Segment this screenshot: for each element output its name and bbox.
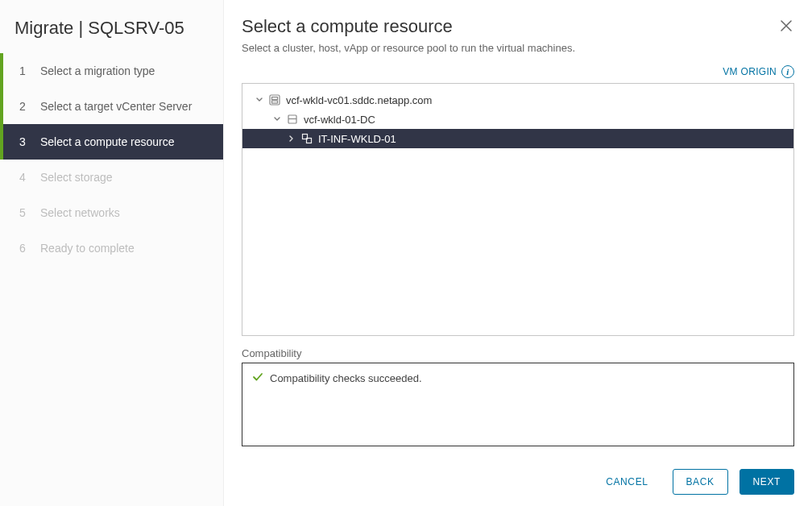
- chevron-right-icon[interactable]: [288, 135, 296, 142]
- compatibility-result: Compatibility checks succeeded.: [252, 371, 784, 385]
- cancel-button[interactable]: CANCEL: [593, 469, 661, 495]
- step-number: 2: [19, 100, 31, 113]
- step-label: Select networks: [40, 206, 120, 219]
- step-compute-resource[interactable]: 3 Select a compute resource: [0, 124, 223, 160]
- tree-node-label: vcf-wkld-vc01.sddc.netapp.com: [286, 94, 432, 106]
- svg-rect-1: [272, 97, 278, 100]
- cluster-icon: [300, 132, 313, 145]
- chevron-down-icon[interactable]: [255, 97, 263, 103]
- step-storage: 4 Select storage: [0, 160, 223, 195]
- step-label: Select a target vCenter Server: [40, 100, 192, 113]
- close-button[interactable]: [778, 18, 794, 34]
- compatibility-message: Compatibility checks succeeded.: [270, 372, 422, 384]
- step-ready: 6 Ready to complete: [0, 230, 223, 266]
- step-number: 3: [19, 135, 31, 148]
- tree-node-datacenter[interactable]: vcf-wkld-01-DC: [242, 110, 793, 129]
- tree-node-cluster[interactable]: IT-INF-WKLD-01: [242, 129, 793, 148]
- step-number: 5: [19, 206, 31, 219]
- step-target-vcenter[interactable]: 2 Select a target vCenter Server: [0, 89, 223, 124]
- wizard-sidebar: Migrate | SQLSRV-05 1 Select a migration…: [0, 0, 224, 506]
- step-number: 4: [19, 171, 31, 184]
- tree-node-label: IT-INF-WKLD-01: [318, 133, 396, 145]
- svg-rect-2: [272, 101, 278, 103]
- step-label: Select storage: [40, 171, 113, 184]
- compatibility-label: Compatibility: [242, 347, 794, 359]
- compute-resource-tree[interactable]: vcf-wkld-vc01.sddc.netapp.com vcf-wkld-0…: [242, 83, 794, 336]
- page-title: Select a compute resource: [242, 16, 794, 37]
- step-migration-type[interactable]: 1 Select a migration type: [0, 53, 223, 89]
- wizard-main: Select a compute resource Select a clust…: [224, 0, 812, 506]
- compatibility-box: Compatibility checks succeeded.: [242, 363, 794, 446]
- wizard-steps: 1 Select a migration type 2 Select a tar…: [0, 53, 223, 266]
- step-label: Ready to complete: [40, 242, 135, 255]
- step-networks: 5 Select networks: [0, 195, 223, 230]
- vm-origin-label: VM ORIGIN: [723, 66, 777, 77]
- step-label: Select a compute resource: [40, 135, 175, 148]
- info-icon: i: [781, 65, 794, 78]
- back-button[interactable]: BACK: [673, 469, 728, 495]
- migrate-wizard: Migrate | SQLSRV-05 1 Select a migration…: [0, 0, 812, 506]
- wizard-title: Migrate | SQLSRV-05: [0, 0, 223, 53]
- vm-origin-link[interactable]: VM ORIGIN i: [242, 65, 794, 78]
- step-number: 1: [19, 64, 31, 77]
- close-icon: [781, 20, 792, 31]
- tree-node-label: vcf-wkld-01-DC: [304, 114, 375, 126]
- datacenter-icon: [286, 113, 299, 126]
- step-number: 6: [19, 242, 31, 255]
- page-subtitle: Select a cluster, host, vApp or resource…: [242, 42, 794, 54]
- chevron-down-icon[interactable]: [273, 116, 281, 122]
- tree-node-vcenter[interactable]: vcf-wkld-vc01.sddc.netapp.com: [242, 90, 793, 110]
- check-icon: [252, 371, 263, 385]
- vcenter-icon: [268, 93, 281, 106]
- step-label: Select a migration type: [40, 64, 155, 77]
- wizard-footer: CANCEL BACK NEXT: [242, 453, 794, 495]
- next-button[interactable]: NEXT: [740, 469, 794, 495]
